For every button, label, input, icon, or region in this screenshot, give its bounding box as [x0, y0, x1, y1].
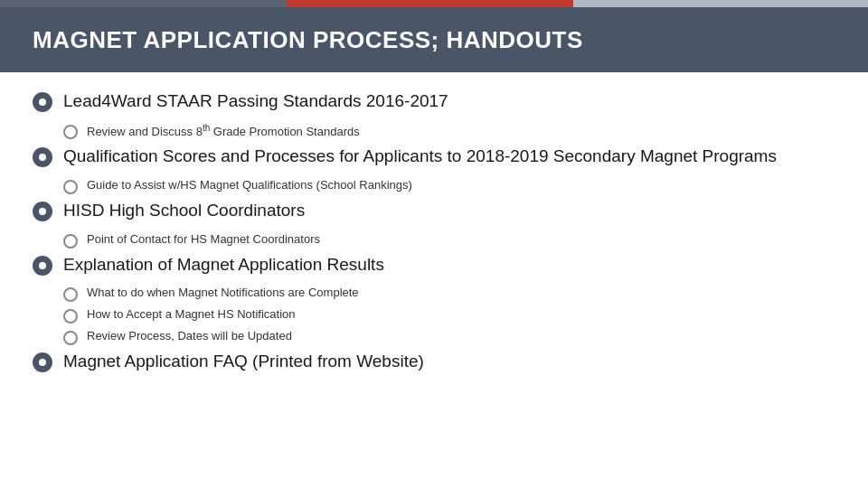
progress-segment-3: [573, 0, 868, 7]
sub-bullet-text-1-1: Review and Discuss 8th Grade Promotion S…: [87, 122, 360, 141]
bullet-group-3: HISD High School Coordinators Point of C…: [33, 200, 835, 249]
sub-bullet-item-3-1: Point of Contact for HS Magnet Coordinat…: [63, 231, 835, 249]
slide-header: MAGNET APPLICATION PROCESS; HANDOUTS: [0, 7, 868, 72]
bullet-item-3: HISD High School Coordinators: [33, 200, 835, 222]
bullet-group-5: Magnet Application FAQ (Printed from Web…: [33, 351, 835, 373]
sub-bullet-item-1-1: Review and Discuss 8th Grade Promotion S…: [63, 122, 835, 141]
bullet-icon-5: [33, 352, 52, 372]
bullet-icon-3: [33, 202, 52, 221]
sub-bullet-icon-4-2: [63, 309, 78, 324]
bullet-text-5: Magnet Application FAQ (Printed from Web…: [63, 351, 424, 373]
bullet-item-5: Magnet Application FAQ (Printed from Web…: [33, 351, 835, 373]
sub-bullet-icon-2-1: [63, 180, 78, 194]
bullet-group-2: Qualification Scores and Processes for A…: [33, 145, 835, 194]
sub-bullet-icon-1-1: [63, 125, 78, 139]
bullet-text-1: Lead4Ward STAAR Passing Standards 2016-2…: [63, 90, 448, 113]
bullet-icon-2: [33, 147, 52, 167]
bullet-text-3: HISD High School Coordinators: [63, 200, 305, 222]
sub-bullet-icon-4-1: [63, 287, 78, 302]
sub-bullet-text-4-3: Review Process, Dates will be Updated: [87, 328, 292, 344]
sub-bullet-item-4-2: How to Accept a Magnet HS Notification: [63, 306, 835, 324]
bullet-item-2: Qualification Scores and Processes for A…: [33, 145, 835, 168]
sub-bullet-item-4-3: Review Process, Dates will be Updated: [63, 328, 835, 345]
bullet-group-1: Lead4Ward STAAR Passing Standards 2016-2…: [33, 90, 835, 140]
bullet-group-4: Explanation of Magnet Application Result…: [33, 254, 835, 346]
sub-bullet-icon-3-1: [63, 234, 78, 249]
bullet-text-4: Explanation of Magnet Application Result…: [63, 254, 384, 277]
sub-bullet-text-3-1: Point of Contact for HS Magnet Coordinat…: [87, 231, 320, 248]
bullet-icon-4: [33, 256, 52, 276]
slide-title: MAGNET APPLICATION PROCESS; HANDOUTS: [33, 26, 583, 54]
bullet-item-4: Explanation of Magnet Application Result…: [33, 254, 835, 277]
sub-bullet-text-4-1: What to do when Magnet Notifications are…: [87, 285, 359, 301]
sub-bullet-item-2-1: Guide to Assist w/HS Magnet Qualificatio…: [63, 177, 835, 194]
bullet-text-2: Qualification Scores and Processes for A…: [63, 145, 777, 168]
bullet-icon-1: [33, 92, 52, 112]
bullet-item-1: Lead4Ward STAAR Passing Standards 2016-2…: [33, 90, 835, 113]
sub-bullet-text-4-2: How to Accept a Magnet HS Notification: [87, 306, 296, 323]
content-area: Lead4Ward STAAR Passing Standards 2016-2…: [33, 90, 835, 470]
slide: MAGNET APPLICATION PROCESS; HANDOUTS Lea…: [0, 0, 868, 488]
progress-segment-1: [0, 0, 287, 7]
sub-bullet-item-4-1: What to do when Magnet Notifications are…: [63, 285, 835, 302]
progress-bar: [0, 0, 868, 7]
sub-bullet-icon-4-3: [63, 331, 78, 345]
progress-segment-2: [287, 0, 573, 7]
sub-bullet-text-2-1: Guide to Assist w/HS Magnet Qualificatio…: [87, 177, 412, 193]
